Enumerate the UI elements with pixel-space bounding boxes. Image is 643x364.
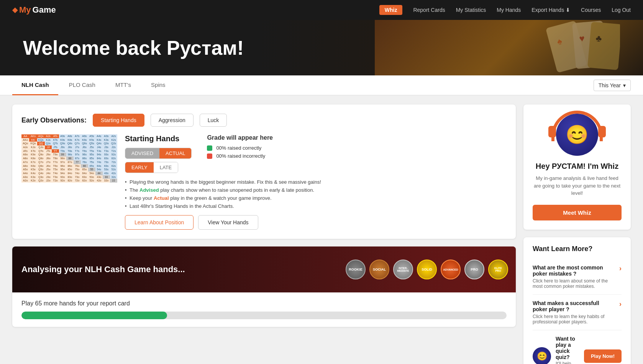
hand-cell: K9o bbox=[29, 153, 37, 157]
nav-my-statistics[interactable]: My Statistics bbox=[456, 7, 486, 13]
toggle-early-button[interactable]: EARLY bbox=[125, 162, 154, 173]
hand-cell: Q3o bbox=[37, 175, 45, 179]
hand-cell: A6s bbox=[81, 134, 88, 138]
sh-bullet-item: The Advised play charts show when to rai… bbox=[125, 187, 507, 193]
hand-cell: 73o bbox=[74, 175, 81, 179]
hand-cell: 83s bbox=[103, 157, 110, 160]
hand-cell: 98s bbox=[66, 153, 74, 157]
logo-my: My bbox=[19, 5, 31, 15]
hand-cell: 77 bbox=[74, 160, 81, 164]
hand-cell: 85s bbox=[88, 157, 95, 160]
medal-row: ROOKIE SOCIAL INTER-MEDIATE SOLID ADVANC… bbox=[346, 260, 508, 279]
hand-cell: A9s bbox=[59, 134, 66, 138]
toggle-late-button[interactable]: LATE bbox=[154, 162, 178, 173]
nav-logout[interactable]: Log Out bbox=[612, 7, 631, 13]
tab-mtts[interactable]: MTT's bbox=[106, 75, 140, 95]
hand-cell: A2o bbox=[21, 179, 29, 183]
hand-cell: 43o bbox=[95, 175, 103, 179]
red-dot bbox=[207, 153, 212, 159]
medal-solid: SOLID bbox=[417, 260, 437, 279]
starting-hands-info: Starting Hands ADVISED ACTUAL EARLY LATE bbox=[125, 134, 507, 230]
analysis-subtitle: Play 65 more hands for your report card bbox=[21, 300, 507, 307]
hand-cell: 93o bbox=[59, 175, 66, 179]
hand-cell: AJs bbox=[45, 134, 52, 138]
grade-title: Grade will appear here bbox=[207, 134, 273, 141]
hand-cell: J8o bbox=[45, 157, 52, 160]
nav-report-cards[interactable]: Report Cards bbox=[413, 7, 445, 13]
view-hands-button[interactable]: View Your Hands bbox=[198, 215, 258, 230]
hand-cell: 73s bbox=[103, 160, 110, 164]
nav-courses[interactable]: Courses bbox=[581, 7, 601, 13]
svg-rect-2 bbox=[587, 22, 620, 70]
sh-bullet-item: Last 48hr's Starting Hands in the Actual… bbox=[125, 203, 507, 209]
stat-red-row: 00% raised incorrectly bbox=[207, 153, 273, 159]
hero-title: Welcome back Рустам! bbox=[23, 36, 244, 59]
learn-item-q-0: What are the most common poker mistakes … bbox=[533, 264, 615, 277]
obs-aggression-button[interactable]: Aggression bbox=[151, 114, 194, 127]
hand-cell: 54s bbox=[95, 168, 103, 171]
hand-cell: 65s bbox=[88, 164, 95, 168]
whiz-headphones-decor bbox=[551, 111, 603, 141]
hand-cell: 98o bbox=[59, 157, 66, 160]
hand-cell: 84o bbox=[66, 171, 74, 175]
quiz-avatar: 😊 bbox=[533, 347, 551, 364]
quiz-sub: It'll help improve your game! bbox=[556, 361, 579, 364]
learn-item-text-0: What are the most common poker mistakes … bbox=[533, 264, 615, 289]
hand-cell: 42o bbox=[95, 179, 103, 183]
tab-plo-cash[interactable]: PLO Cash bbox=[60, 75, 105, 95]
learn-position-button[interactable]: Learn About Position bbox=[125, 215, 194, 230]
hand-cell: 62o bbox=[81, 179, 88, 183]
hand-cell: J2s bbox=[110, 145, 117, 149]
progress-bar-fill bbox=[21, 312, 167, 319]
hand-cell: 64o bbox=[81, 171, 88, 175]
hand-cell: K9s bbox=[59, 138, 66, 142]
svg-text:♣: ♣ bbox=[595, 33, 602, 44]
hand-cell: T3o bbox=[52, 175, 59, 179]
obs-luck-button[interactable]: Luck bbox=[200, 114, 227, 127]
hand-cell: A3o bbox=[21, 175, 29, 179]
svg-text:♥: ♥ bbox=[579, 33, 585, 44]
hand-cell: Q7s bbox=[74, 142, 81, 145]
hand-cell: J4s bbox=[95, 145, 103, 149]
hand-cell: Q2o bbox=[37, 179, 45, 183]
logo[interactable]: ◆ MyGame bbox=[12, 5, 56, 15]
hand-cell: K5o bbox=[29, 168, 37, 171]
toggle-actual-button[interactable]: ACTUAL bbox=[159, 148, 191, 158]
hand-cell: 76s bbox=[81, 160, 88, 164]
obs-starting-hands-button[interactable]: Starting Hands bbox=[93, 114, 144, 127]
hand-cell: J8s bbox=[66, 145, 74, 149]
chevron-down-icon: ▾ bbox=[623, 82, 626, 88]
hand-cell: QTs bbox=[52, 142, 59, 145]
toggle-advised-button[interactable]: ADVISED bbox=[125, 148, 159, 158]
hand-cell: 33 bbox=[103, 175, 110, 179]
year-selector[interactable]: This Year ▾ bbox=[594, 80, 631, 91]
hand-cell: 96s bbox=[81, 153, 88, 157]
early-observations-card: Early Observations: Starting Hands Aggre… bbox=[12, 104, 516, 239]
nav-export-hands[interactable]: Export Hands ⬇ bbox=[531, 7, 570, 13]
whiz-desc: My in-game analysis & live hand feed are… bbox=[533, 175, 622, 197]
nav-my-hands[interactable]: My Hands bbox=[497, 7, 521, 13]
tab-nlh-cash[interactable]: NLH Cash bbox=[12, 75, 58, 95]
meet-whiz-button[interactable]: Meet Whiz bbox=[533, 205, 622, 220]
learn-item-0[interactable]: What are the most common poker mistakes … bbox=[533, 259, 622, 295]
medal-pro: PRO bbox=[464, 260, 484, 279]
hand-cell: J9o bbox=[45, 153, 52, 157]
hand-cell: J5s bbox=[88, 145, 95, 149]
hand-cell: 87o bbox=[66, 160, 74, 164]
nav-whiz-button[interactable]: Whiz bbox=[379, 5, 403, 15]
sh-title: Starting Hands bbox=[125, 134, 192, 143]
hand-cell: TT bbox=[52, 149, 59, 153]
hand-cell: 42s bbox=[110, 171, 117, 175]
hand-cell: K3s bbox=[103, 138, 110, 142]
play-now-button[interactable]: Play Now! bbox=[584, 349, 622, 363]
hand-cell: A8o bbox=[21, 157, 29, 160]
chevron-right-icon-1: › bbox=[619, 300, 622, 308]
early-obs-title: Early Observations: bbox=[21, 116, 87, 124]
tab-spins[interactable]: Spins bbox=[142, 75, 175, 95]
analysis-banner: Analysing your NLH Cash Game hands... RO… bbox=[12, 246, 516, 292]
hand-cell: K8s bbox=[66, 138, 74, 142]
whiz-ear-left bbox=[548, 126, 556, 137]
learn-item-1[interactable]: What makes a successfull poker player ? … bbox=[533, 295, 622, 330]
hand-cell: JJ bbox=[45, 145, 52, 149]
hand-cell: A8s bbox=[66, 134, 74, 138]
